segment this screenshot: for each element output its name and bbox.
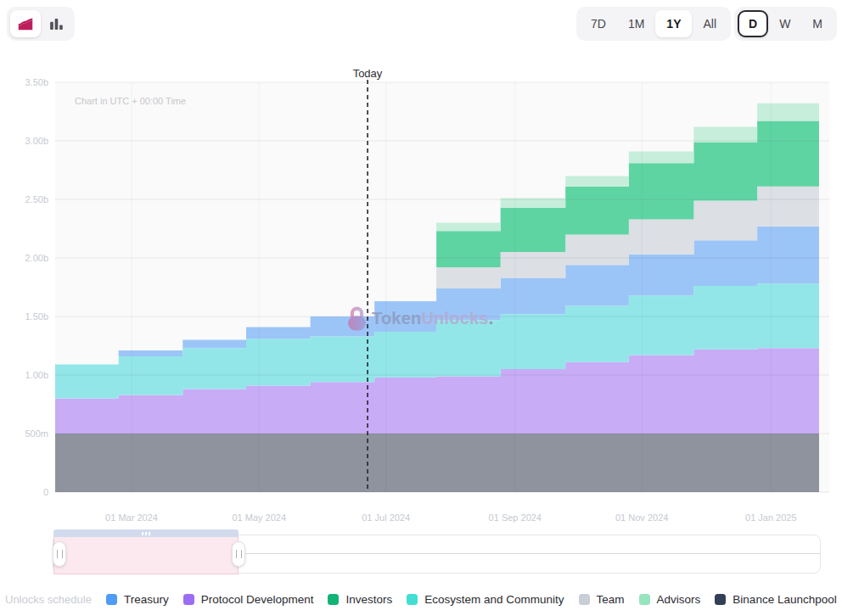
range-1y-button[interactable]: 1Y	[655, 10, 692, 37]
bar-chart-icon	[47, 14, 65, 33]
legend-swatch	[328, 594, 339, 605]
legend-swatch	[715, 594, 726, 605]
selection-drag-bar[interactable]	[53, 529, 239, 537]
handle-grip-icon	[57, 550, 63, 558]
area-series-binance-launchpool	[55, 434, 819, 492]
timeline-selection[interactable]	[53, 537, 239, 574]
legend-item-team[interactable]: Team	[579, 593, 625, 606]
legend-swatch	[106, 594, 117, 605]
granularity-w-button[interactable]: W	[768, 10, 801, 37]
legend-swatch	[579, 594, 590, 605]
grip-dot	[149, 532, 150, 535]
legend-item-protocol-development[interactable]: Protocol Development	[183, 593, 314, 606]
range-1m-button[interactable]: 1M	[617, 10, 655, 37]
toolbar: 7D1M1YAll DWM	[0, 0, 842, 48]
legend-swatch	[183, 594, 194, 605]
legend-item-advisors[interactable]: Advisors	[639, 593, 701, 606]
legend-items: TreasuryProtocol DevelopmentInvestorsEco…	[106, 593, 837, 606]
legend-item-ecosystem-and-community[interactable]: Ecosystem and Community	[407, 593, 564, 606]
handle-grip-icon	[236, 550, 242, 558]
legend-title: Unlocks schedule	[5, 593, 92, 606]
legend-label: Treasury	[124, 593, 169, 606]
range-7d-button[interactable]: 7D	[580, 10, 617, 37]
selection-handle-right[interactable]	[232, 541, 245, 567]
granularity-group: DWM	[734, 7, 837, 41]
legend: Unlocks schedule TreasuryProtocol Develo…	[5, 593, 837, 606]
legend-label: Advisors	[657, 593, 701, 606]
selection-handle-left[interactable]	[53, 541, 66, 567]
legend-label: Team	[597, 593, 625, 606]
legend-item-investors[interactable]: Investors	[328, 593, 392, 606]
unlocks-chart[interactable]	[0, 0, 842, 526]
token-unlocks-dashboard: 0500m1.00b1.50b2.00b2.50b3.00b3.50b01 Ma…	[0, 0, 842, 616]
legend-label: Investors	[345, 593, 392, 606]
chart-type-area-button[interactable]	[10, 10, 41, 37]
legend-label: Binance Launchpool	[733, 593, 836, 606]
grip-dot	[145, 532, 147, 535]
area-chart-icon	[16, 14, 35, 33]
granularity-d-button[interactable]: D	[738, 10, 768, 37]
chart-type-bar-button[interactable]	[41, 10, 71, 37]
grip-dot	[142, 532, 143, 535]
range-all-button[interactable]: All	[692, 10, 727, 37]
chart-type-toggle	[7, 7, 75, 41]
granularity-m-button[interactable]: M	[801, 10, 834, 37]
legend-item-treasury[interactable]: Treasury	[106, 593, 169, 606]
legend-label: Ecosystem and Community	[424, 593, 564, 606]
legend-label: Protocol Development	[201, 593, 314, 606]
legend-swatch	[639, 594, 650, 605]
time-range-group: 7D1M1YAll	[576, 7, 731, 41]
legend-item-binance-launchpool[interactable]: Binance Launchpool	[715, 593, 836, 606]
legend-swatch	[407, 594, 418, 605]
